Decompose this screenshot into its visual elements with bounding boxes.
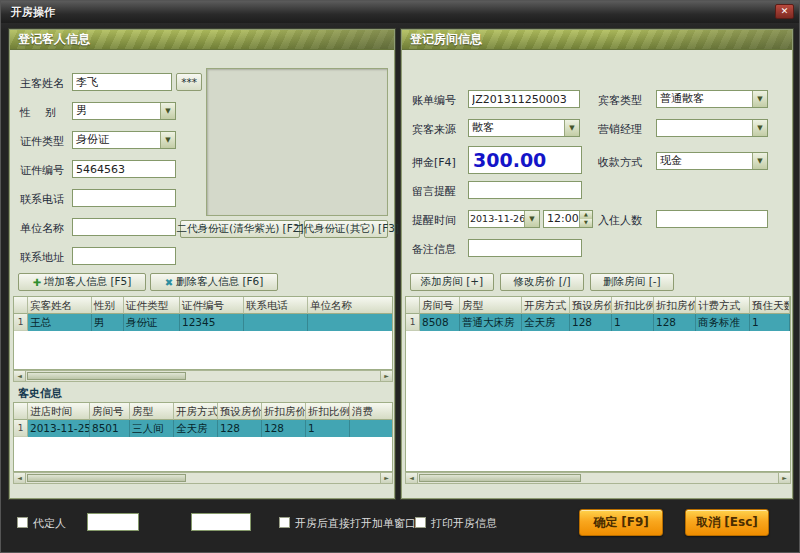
title-bar[interactable]: 开房操作 ✕ [1, 1, 799, 23]
id-type-select[interactable]: 身份证 ▼ [72, 131, 176, 149]
company-input[interactable] [72, 218, 176, 236]
occupants-input[interactable] [656, 210, 768, 228]
column-header[interactable]: 预设房价 [570, 297, 612, 314]
scroll-left-icon[interactable]: ◄ [14, 473, 26, 483]
column-header[interactable]: 证件编号 [180, 297, 244, 314]
table-header-row: 房间号房型开房方式预设房价折扣比例折扣房价计费方式预住天数 [406, 297, 790, 314]
chevron-down-icon[interactable]: ▼ [752, 153, 767, 169]
scroll-track[interactable] [418, 473, 778, 483]
column-header[interactable]: 折扣房价 [262, 403, 306, 420]
guest-type-select[interactable]: 普通散客 ▼ [656, 90, 768, 108]
agent-input-2[interactable] [191, 513, 251, 531]
scroll-thumb[interactable] [27, 474, 186, 482]
table-cell: 1 [750, 314, 790, 331]
scroll-left-icon[interactable]: ◄ [406, 473, 418, 483]
row-number-cell: 1 [14, 420, 28, 437]
guest-table-scrollbar[interactable]: ◄ ► [13, 370, 393, 382]
modify-price-button[interactable]: 修改房价 [/] [500, 273, 584, 291]
chevron-down-icon[interactable]: ▼ [524, 211, 539, 227]
chevron-down-icon[interactable]: ▼ [752, 120, 767, 136]
column-header[interactable]: 房间号 [90, 403, 130, 420]
column-header[interactable]: 性别 [92, 297, 124, 314]
remark-input[interactable] [468, 239, 582, 257]
remind-date-picker[interactable]: 2013-11-26 ▼ [468, 210, 540, 228]
payment-select[interactable]: 现金 ▼ [656, 152, 768, 170]
print-label: 打印开房信息 [431, 516, 497, 531]
table-row[interactable]: 12013-11-258501三人间全天房1281281 [14, 420, 392, 437]
scroll-left-icon[interactable]: ◄ [14, 371, 26, 381]
guest-type-label: 宾客类型 [598, 93, 642, 108]
add-room-button[interactable]: 添加房间 [+] [410, 273, 494, 291]
chevron-down-icon[interactable]: ▼ [752, 91, 767, 107]
column-header[interactable]: 预设房价 [218, 403, 262, 420]
room-table[interactable]: 房间号房型开房方式预设房价折扣比例折扣房价计费方式预住天数18508普通大床房全… [405, 296, 791, 472]
column-header[interactable]: 联系电话 [244, 297, 308, 314]
sales-mgr-select[interactable]: ▼ [656, 119, 768, 137]
address-input[interactable] [72, 247, 176, 265]
column-header[interactable]: 房间号 [420, 297, 460, 314]
close-icon[interactable]: ✕ [775, 4, 794, 19]
chevron-down-icon[interactable]: ▼ [160, 103, 175, 119]
column-header[interactable]: 开房方式 [174, 403, 218, 420]
row-number-cell: 1 [14, 314, 28, 331]
vip-button[interactable]: *** [176, 73, 202, 91]
agent-checkbox[interactable] [17, 517, 28, 528]
table-row[interactable]: 18508普通大床房全天房1281128商务标准1 [406, 314, 790, 331]
ok-button[interactable]: 确定 [F9] [579, 509, 663, 536]
scroll-right-icon[interactable]: ► [380, 371, 392, 381]
table-cell [350, 420, 393, 437]
history-table[interactable]: 进店时间房间号房型开房方式预设房价折扣房价折扣比例消费12013-11-2585… [13, 402, 393, 472]
column-header[interactable]: 消费 [350, 403, 393, 420]
idcard-other-button[interactable]: 二代身份证(其它) [F3] [304, 220, 388, 238]
scroll-right-icon[interactable]: ► [380, 473, 392, 483]
add-guest-button[interactable]: ✚ 增加客人信息 [F5] [18, 273, 146, 291]
column-header[interactable]: 折扣比例 [612, 297, 654, 314]
column-header[interactable]: 房型 [130, 403, 174, 420]
column-header[interactable]: 房型 [460, 297, 522, 314]
history-table-scrollbar[interactable]: ◄ ► [13, 472, 393, 484]
spin-up-icon[interactable]: ▲ [580, 211, 592, 219]
guest-source-select[interactable]: 散客 ▼ [468, 119, 580, 137]
remind-date-value: 2013-11-26 [469, 211, 524, 227]
scroll-track[interactable] [26, 371, 380, 381]
column-header[interactable]: 折扣房价 [654, 297, 696, 314]
column-header[interactable]: 折扣比例 [306, 403, 350, 420]
column-header[interactable]: 预住天数 [750, 297, 790, 314]
chevron-down-icon[interactable]: ▼ [564, 120, 579, 136]
open-addorder-checkbox[interactable] [279, 517, 290, 528]
bill-no-input[interactable] [468, 90, 580, 108]
cancel-button[interactable]: 取消 [Esc] [685, 509, 769, 536]
idcard-tsinghua-button[interactable]: 二代身份证(清华紫光) [F2] [180, 220, 300, 238]
name-input[interactable] [72, 73, 172, 91]
guest-source-label: 宾客来源 [412, 122, 456, 137]
chevron-down-icon[interactable]: ▼ [160, 132, 175, 148]
open-room-dialog: 开房操作 ✕ 登记客人信息 主客姓名 *** 性 别 男 ▼ 证件类型 身份证 … [0, 0, 800, 553]
agent-input-1[interactable] [87, 513, 139, 531]
remind-clock-spinner[interactable]: 12:00 ▲ ▼ [543, 210, 593, 228]
id-photo-area [206, 68, 388, 216]
room-table-scrollbar[interactable]: ◄ ► [405, 472, 791, 484]
scroll-track[interactable] [26, 473, 380, 483]
column-header[interactable]: 进店时间 [28, 403, 90, 420]
column-header[interactable]: 开房方式 [522, 297, 570, 314]
delete-guest-button[interactable]: ✖ 删除客人信息 [F6] [150, 273, 278, 291]
guest-table[interactable]: 宾客姓名性别证件类型证件编号联系电话单位名称1王总男身份证12345 [13, 296, 393, 370]
column-header[interactable]: 计费方式 [696, 297, 750, 314]
delete-room-button[interactable]: 删除房间 [-] [590, 273, 674, 291]
gender-select[interactable]: 男 ▼ [72, 102, 176, 120]
id-no-input[interactable] [72, 160, 176, 178]
message-input[interactable] [468, 181, 582, 199]
deposit-input[interactable]: 300.00 [468, 146, 582, 174]
occupants-label: 入住人数 [598, 213, 642, 228]
scroll-thumb[interactable] [419, 474, 581, 482]
spin-down-icon[interactable]: ▼ [580, 219, 592, 227]
phone-input[interactable] [72, 189, 176, 207]
table-row[interactable]: 1王总男身份证12345 [14, 314, 392, 331]
column-header[interactable]: 宾客姓名 [28, 297, 92, 314]
table-cell: 三人间 [130, 420, 174, 437]
scroll-right-icon[interactable]: ► [778, 473, 790, 483]
scroll-thumb[interactable] [27, 372, 186, 380]
column-header[interactable]: 证件类型 [124, 297, 180, 314]
print-checkbox[interactable] [415, 517, 426, 528]
column-header[interactable]: 单位名称 [308, 297, 393, 314]
